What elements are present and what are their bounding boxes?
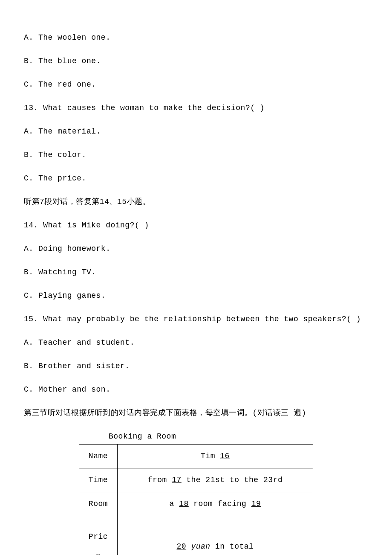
section-note-7: 听第7段对话，答复第14、15小题。 [24,196,368,208]
question-15: 15. What may probably be the relationshi… [24,314,368,325]
table-title: Booking a Room [79,431,313,442]
price-suffix: in total [210,542,254,551]
price-label: Price [79,516,118,555]
option-a-top: A. The woolen one. [24,32,368,44]
option-b-top: B. The blue one. [24,55,368,67]
time-suffix: the 21st to the 23rd [182,476,282,484]
time-label: Time [79,468,118,492]
time-value: from 17 the 21st to the 23rd [117,468,313,492]
time-prefix: from [148,476,172,484]
blank-16[interactable]: 16 [220,452,230,460]
table-row-time: Time from 17 the 21st to the 23rd [79,468,313,492]
name-prefix: Tim [201,452,220,460]
option-c-top: C. The red one. [24,79,368,90]
name-label: Name [79,445,118,468]
booking-table: Name Tim 16 Time from 17 the 21st to the… [79,444,313,555]
q15-option-b: B. Brother and sister. [24,360,368,372]
q13-option-b: B. The color. [24,149,368,161]
q15-option-c: C. Mother and son. [24,384,368,395]
q13-option-a: A. The material. [24,126,368,137]
blank-17[interactable]: 17 [172,476,182,484]
room-middle: room facing [189,500,251,508]
q14-option-b: B. Watching TV. [24,267,368,278]
section-3-heading: 第三节听对话根据所听到的对话内容完成下面表格，每空填一词。(对话读三 遍) [24,407,368,419]
question-14: 14. What is Mike doing?( ) [24,220,368,231]
blank-19[interactable]: 19 [251,500,261,508]
blank-18[interactable]: 18 [179,500,189,508]
room-label: Room [79,492,118,516]
name-value: Tim 16 [117,445,313,468]
booking-table-container: Booking a Room Name Tim 16 Time from 17 … [24,431,368,555]
price-label-line2: e [96,552,101,555]
table-row-name: Name Tim 16 [79,445,313,468]
room-prefix: a [170,500,179,508]
price-value: 20 yuan in total [117,516,313,555]
q15-option-a: A. Teacher and student. [24,337,368,349]
price-label-line1: Pric [89,532,108,541]
price-yuan: yuan [186,542,210,551]
table-row-price: Price 20 yuan in total [79,516,313,555]
q14-option-c: C. Playing games. [24,290,368,302]
q13-option-c: C. The price. [24,173,368,184]
q14-option-a: A. Doing homework. [24,243,368,255]
table-row-room: Room a 18 room facing 19 [79,492,313,516]
blank-20[interactable]: 20 [177,542,187,551]
question-13: 13. What causes the woman to make the de… [24,102,368,114]
room-value: a 18 room facing 19 [117,492,313,516]
